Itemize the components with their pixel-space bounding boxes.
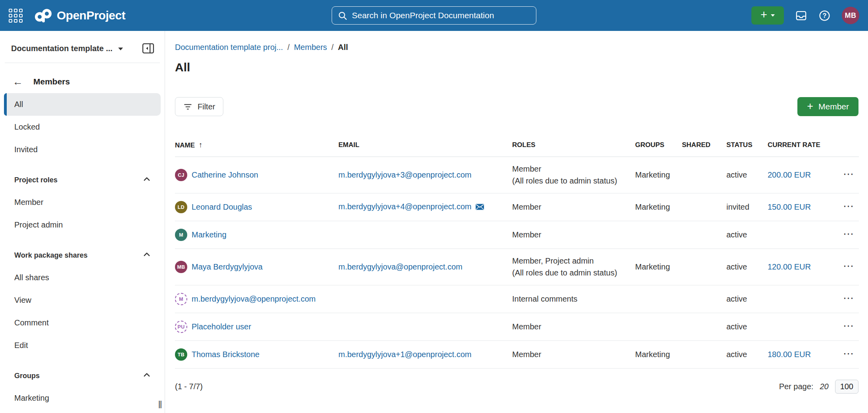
sidebar-item-locked[interactable]: Locked: [4, 116, 161, 138]
sidebar-item-view[interactable]: View: [4, 289, 161, 312]
avatar: TB: [175, 348, 187, 361]
plus-icon: +: [760, 9, 767, 21]
page-title: All: [175, 61, 858, 74]
column-header-email[interactable]: EMAIL: [338, 141, 512, 157]
breadcrumb-item-documentation-template-proj-[interactable]: Documentation template proj...: [175, 43, 283, 52]
member-status-cell: active: [726, 285, 768, 313]
member-rate-link[interactable]: 120.00 EUR: [768, 262, 811, 271]
sidebar-section-project-roles[interactable]: Project roles: [14, 172, 150, 188]
member-email-link[interactable]: m.berdygylyjova@openproject.com: [338, 262, 463, 271]
logo-text: OpenProject: [57, 9, 125, 22]
member-email-link[interactable]: m.berdygylyjova+1@openproject.com: [338, 350, 471, 359]
table-header-row: NAME↑EMAILROLESGROUPSSHAREDSTATUSCURRENT…: [175, 141, 859, 157]
avatar: M: [175, 293, 187, 305]
member-status-cell: active: [726, 221, 768, 249]
sidebar-item-project-admin[interactable]: Project admin: [4, 214, 161, 236]
members-table: NAME↑EMAILROLESGROUPSSHAREDSTATUSCURRENT…: [175, 141, 859, 369]
collapse-sidebar-button[interactable]: [142, 43, 154, 54]
column-header-shared[interactable]: SHARED: [682, 141, 726, 157]
add-member-button[interactable]: + Member: [797, 97, 858, 116]
column-header-name[interactable]: NAME↑: [175, 141, 338, 157]
member-shared-cell: [682, 221, 726, 249]
member-roles-cell: Member: [512, 221, 635, 249]
sidebar-item-all[interactable]: All: [4, 93, 161, 116]
member-rate-cell: [768, 221, 827, 249]
row-menu-button[interactable]: ⋯: [843, 350, 854, 357]
member-rate-link[interactable]: 180.00 EUR: [768, 350, 811, 359]
help-button[interactable]: ?: [818, 10, 831, 22]
per-page-option-100[interactable]: 100: [835, 380, 858, 394]
member-name-link[interactable]: Maya Berdygylyjova: [192, 262, 263, 272]
sidebar-section-work-package-shares[interactable]: Work package shares: [14, 247, 150, 263]
chevron-down-icon: [118, 48, 123, 50]
member-rate-link[interactable]: 150.00 EUR: [768, 203, 811, 211]
breadcrumb-item-members[interactable]: Members: [294, 43, 327, 52]
column-header-status[interactable]: STATUS: [726, 141, 768, 157]
member-name-link[interactable]: Catherine Johnson: [192, 170, 258, 180]
sidebar-item-member[interactable]: Member: [4, 191, 161, 214]
member-email-link[interactable]: m.berdygylyjova+4@openproject.com: [338, 202, 471, 211]
member-rate-cell: 200.00 EUR: [768, 157, 827, 193]
member-name-link[interactable]: Thomas Brickstone: [192, 350, 259, 359]
member-rate-link[interactable]: 200.00 EUR: [768, 170, 811, 179]
filter-button[interactable]: Filter: [175, 97, 223, 116]
sidebar-item-edit[interactable]: Edit: [4, 334, 161, 357]
column-header-current-rate[interactable]: CURRENT RATE: [768, 141, 827, 157]
member-email-link[interactable]: m.berdygylyjova+3@openproject.com: [338, 170, 471, 179]
member-actions-cell: ⋯: [827, 313, 859, 341]
member-rate-cell: 150.00 EUR: [768, 193, 827, 221]
member-name-link[interactable]: Leonard Douglas: [192, 203, 252, 212]
sidebar-item-invited[interactable]: Invited: [4, 138, 161, 161]
row-menu-button[interactable]: ⋯: [843, 231, 854, 237]
openproject-logo[interactable]: OpenProject: [34, 8, 125, 23]
sidebar-item-comment[interactable]: Comment: [4, 312, 161, 334]
row-menu-button[interactable]: ⋯: [843, 263, 854, 269]
members-menu-header: ← Members: [13, 76, 154, 87]
member-email-cell: [338, 313, 512, 341]
row-menu-button[interactable]: ⋯: [843, 171, 854, 177]
per-page-option-20[interactable]: 20: [820, 382, 828, 391]
member-actions-cell: ⋯: [827, 285, 859, 313]
project-selector[interactable]: Documentation template ...: [11, 44, 123, 53]
sidebar-item-all-shares[interactable]: All shares: [4, 266, 161, 289]
table-row: PUPlaceholder userMemberactive⋯: [175, 313, 859, 341]
apps-menu-button[interactable]: [9, 9, 23, 23]
filter-icon: [183, 102, 192, 111]
member-actions-cell: ⋯: [827, 341, 859, 369]
member-roles: Member: [512, 350, 632, 359]
row-menu-button[interactable]: ⋯: [843, 203, 854, 209]
per-page-options: 20100: [820, 380, 858, 394]
member-shared-cell: [682, 157, 726, 193]
waffle-dot: [14, 14, 17, 17]
member-roles: Member, Project admin: [512, 256, 632, 266]
column-header-groups[interactable]: GROUPS: [635, 141, 682, 157]
member-name-link[interactable]: Marketing: [192, 230, 227, 239]
sidebar-section-title: Groups: [14, 372, 40, 380]
row-menu-button[interactable]: ⋯: [843, 295, 854, 301]
sidebar-item-label: Marketing: [14, 394, 49, 403]
sidebar-resize-handle[interactable]: ‖: [158, 400, 162, 410]
member-rate-cell: [768, 285, 827, 313]
sidebar-section-groups[interactable]: Groups: [14, 368, 150, 384]
row-menu-button[interactable]: ⋯: [843, 323, 854, 329]
column-header-actions: [827, 141, 859, 157]
member-name-link[interactable]: Placeholder user: [192, 322, 251, 331]
waffle-dot: [19, 14, 23, 17]
column-label: CURRENT RATE: [768, 141, 820, 149]
column-header-roles[interactable]: ROLES: [512, 141, 635, 157]
per-page-label: Per page:: [779, 382, 814, 391]
notifications-inbox-button[interactable]: [795, 10, 807, 22]
quick-add-button[interactable]: +: [751, 6, 784, 25]
user-avatar[interactable]: MB: [842, 7, 859, 24]
member-roles: Member: [512, 203, 632, 212]
back-arrow-icon[interactable]: ←: [13, 76, 23, 87]
member-name-cell: PUPlaceholder user: [175, 313, 338, 341]
member-name-link[interactable]: m.berdygylyjova@openproject.com: [192, 294, 316, 304]
sidebar-item-marketing[interactable]: Marketing: [4, 387, 161, 409]
search-input[interactable]: [352, 11, 530, 20]
member-name-wrap: CJCatherine Johnson: [175, 169, 335, 181]
member-actions-cell: ⋯: [827, 193, 859, 221]
member-name-wrap: PUPlaceholder user: [175, 321, 335, 333]
table-row: LDLeonard Douglasm.berdygylyjova+4@openp…: [175, 193, 859, 221]
member-actions-cell: ⋯: [827, 157, 859, 193]
